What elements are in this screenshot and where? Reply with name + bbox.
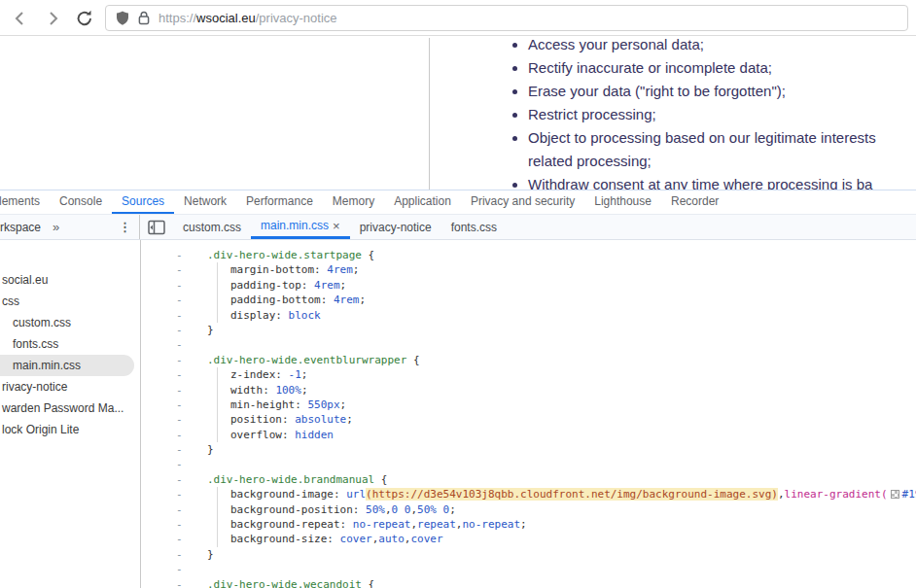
indent-guide [217,262,218,277]
url-path: /privacy-notice [256,11,337,25]
token-p: ; [346,413,353,426]
open-file-tabs: custom.cssmain.min.css×privacy-noticefon… [173,215,507,239]
lock-icon[interactable] [138,11,150,25]
file-tab-fonts-css[interactable]: fonts.css [441,215,507,239]
token-p: { [362,578,374,588]
tree-item-custom-css[interactable]: custom.css [0,312,140,333]
tree-item-fonts-css[interactable]: fonts.css [0,333,140,355]
tab-application[interactable]: Application [384,190,461,214]
code-text: .div-hero-wide.wecandoit { [207,577,374,588]
file-tab-privacy-notice[interactable]: privacy-notice [350,215,441,239]
gutter-marker: - [176,248,183,262]
tree-item-css[interactable]: css [0,291,140,312]
code-editor[interactable]: -.div-hero-wide.startpage {-margin-botto… [141,240,916,588]
kebab-menu-icon[interactable]: ⋮ [119,215,131,239]
code-line[interactable]: - [141,337,916,352]
address-bar[interactable]: https://wsocial.eu/privacy-notice [105,5,908,31]
hide-navigator-icon[interactable] [148,220,165,235]
tab-console[interactable]: Console [50,190,112,214]
code-text: } [207,547,214,562]
gutter-marker: - [176,353,183,367]
code-line[interactable]: -.div-hero-wide.eventblurwrapper { [141,353,916,367]
code-line[interactable]: -min-height: 550px; [141,398,916,412]
tab-sources[interactable]: Sources [112,190,174,214]
code-line[interactable]: -display: block [141,308,916,323]
token-p: , [778,488,785,501]
tree-item-social-eu[interactable]: social.eu [0,269,140,291]
code-line[interactable]: -.div-hero-wide.brandmanual { [141,472,916,487]
code-line[interactable]: -position: absolute; [141,412,916,427]
code-line[interactable]: -.div-hero-wide.startpage { [141,248,916,262]
token-p: { [362,249,374,261]
workspace-tab[interactable]: rkspace [0,221,41,234]
indent-guide [217,293,218,307]
tree-item-warden-password-ma[interactable]: warden Password Ma... [0,398,140,419]
file-tab-custom-css[interactable]: custom.css [173,215,251,239]
tab-privacy-and-security[interactable]: Privacy and security [461,190,584,214]
code-line[interactable]: - [141,457,916,471]
code-line[interactable]: -} [141,323,916,337]
tree-item-main-min-css[interactable]: main.min.css [0,355,140,376]
indent-guide [217,308,218,323]
code-line[interactable]: -.div-hero-wide.wecandoit { [141,577,916,588]
more-tabs-icon[interactable]: » [53,220,59,234]
code-line[interactable]: -width: 100%; [141,383,916,398]
token-val: 100% [275,384,301,397]
token-val: hidden [295,429,334,441]
token-prop: padding-top [230,279,301,292]
token-sel: .div-hero-wide.eventblurwrapper [207,354,406,366]
token-p: } [207,548,214,561]
code-line[interactable]: -padding-top: 4rem; [141,278,916,293]
code-line[interactable]: -margin-bottom: 4rem; [141,262,916,277]
devtools-panel: ElementsConsoleSourcesNetworkPerformance… [0,190,916,588]
close-icon[interactable]: × [333,220,340,232]
browser-toolbar: https://wsocial.eu/privacy-notice [0,0,916,36]
tab-network[interactable]: Network [174,190,236,214]
code-line[interactable]: -} [141,442,916,457]
tree-item-lock-origin-lite[interactable]: lock Origin Lite [0,419,140,440]
list-item: Object to processing based on our legiti… [528,126,916,173]
token-val: url [346,488,366,501]
token-val: block [289,309,321,322]
code-line[interactable]: -background-repeat: no-repeat,repeat,no-… [141,517,916,532]
file-tab-main-min-css[interactable]: main.min.css× [251,215,350,239]
code-line[interactable]: -background-image: url(https://d3e54v103… [141,487,916,502]
token-prop: margin-bottom [230,263,314,276]
token-val: no-repeat [462,518,520,531]
token-p: : [295,398,307,411]
list-item: Rectify inaccurate or incomplete data; [528,56,916,80]
forward-icon[interactable] [44,10,61,27]
code-line[interactable]: -} [141,547,916,562]
back-icon[interactable] [12,10,29,27]
token-val: #19 [902,488,916,501]
code-line[interactable]: - [141,562,916,576]
tab-elements[interactable]: Elements [0,190,50,214]
tab-performance[interactable]: Performance [236,190,323,214]
token-val: 4rem [334,294,360,306]
tab-memory[interactable]: Memory [323,190,384,214]
token-sel: .div-hero-wide.startpage [207,249,362,261]
code-line[interactable]: -z-index: -1; [141,367,916,382]
reload-icon[interactable] [76,10,93,27]
tree-item-rivacy-notice[interactable]: rivacy-notice [0,376,140,398]
code-line[interactable]: -background-size: cover,auto,cover [141,532,916,546]
shield-icon[interactable] [116,11,129,26]
token-val: no-repeat [353,518,411,531]
list-item-line: Erase your data ("right to be forgotten"… [528,80,916,103]
indent-guide [217,487,218,502]
tab-lighthouse[interactable]: Lighthouse [584,190,661,214]
gutter-marker: - [176,472,183,487]
indent-guide [217,532,218,546]
token-p: ; [340,398,347,411]
tree-item-label: warden Password Ma... [2,401,123,415]
code-line[interactable]: -background-position: 50%,0 0,50% 0; [141,502,916,517]
file-tab-label: main.min.css [261,216,329,236]
code-line[interactable]: -padding-bottom: 4rem; [141,293,916,307]
list-item: Access your personal data; [528,36,916,56]
token-p: ; [353,263,360,276]
gutter-marker: - [176,383,183,398]
gutter-marker: - [176,577,183,588]
tab-recorder[interactable]: Recorder [661,190,728,214]
tree-item-label: css [2,294,19,308]
code-line[interactable]: -overflow: hidden [141,428,916,442]
